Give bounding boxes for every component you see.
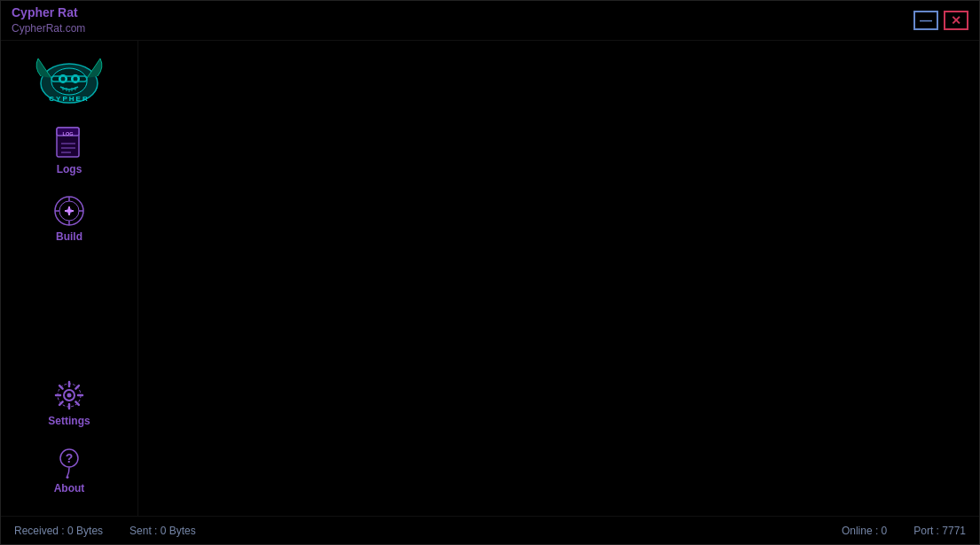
build-icon [51, 193, 87, 229]
app-logo: CYPHER [34, 50, 105, 107]
about-label: About [54, 482, 85, 494]
sidebar-item-logs[interactable]: LOG Logs [1, 121, 137, 181]
svg-text:?: ? [66, 451, 74, 465]
window-controls: — ✕ [913, 11, 968, 30]
statusbar: Received : 0 Bytes Sent : 0 Bytes Online… [1, 516, 979, 544]
sidebar: CYPHER LOG Logs [1, 41, 138, 516]
svg-point-29 [67, 393, 72, 398]
svg-text:LOG: LOG [63, 131, 74, 136]
app-url: CypherRat.com [12, 21, 85, 36]
settings-label: Settings [48, 415, 90, 427]
port-status: Port : 7771 [913, 525, 966, 537]
app-name: Cypher Rat [12, 4, 85, 22]
status-right: Online : 0 Port : 7771 [842, 525, 966, 537]
sidebar-item-build[interactable]: Build [1, 188, 137, 248]
logs-icon: LOG [51, 126, 87, 161]
sent-status: Sent : 0 Bytes [129, 525, 196, 537]
app-title: Cypher Rat CypherRat.com [12, 4, 85, 36]
logo-area: CYPHER [34, 50, 105, 107]
content-area [138, 41, 979, 516]
titlebar: Cypher Rat CypherRat.com — ✕ [1, 1, 979, 41]
build-label: Build [56, 230, 82, 243]
sidebar-item-about[interactable]: ? About [1, 440, 137, 500]
online-status: Online : 0 [842, 525, 887, 537]
settings-icon [51, 378, 87, 413]
main-window: Cypher Rat CypherRat.com — ✕ [0, 0, 980, 545]
received-status: Received : 0 Bytes [14, 525, 103, 537]
minimize-button[interactable]: — [913, 11, 938, 30]
about-icon: ? [51, 445, 87, 480]
svg-text:CYPHER: CYPHER [49, 95, 89, 103]
svg-point-4 [61, 77, 66, 82]
main-area: CYPHER LOG Logs [1, 41, 979, 516]
close-button[interactable]: ✕ [944, 11, 968, 30]
svg-point-5 [74, 77, 78, 82]
logs-label: Logs [57, 163, 82, 175]
svg-point-41 [67, 476, 69, 479]
sidebar-item-settings[interactable]: Settings [1, 372, 137, 432]
